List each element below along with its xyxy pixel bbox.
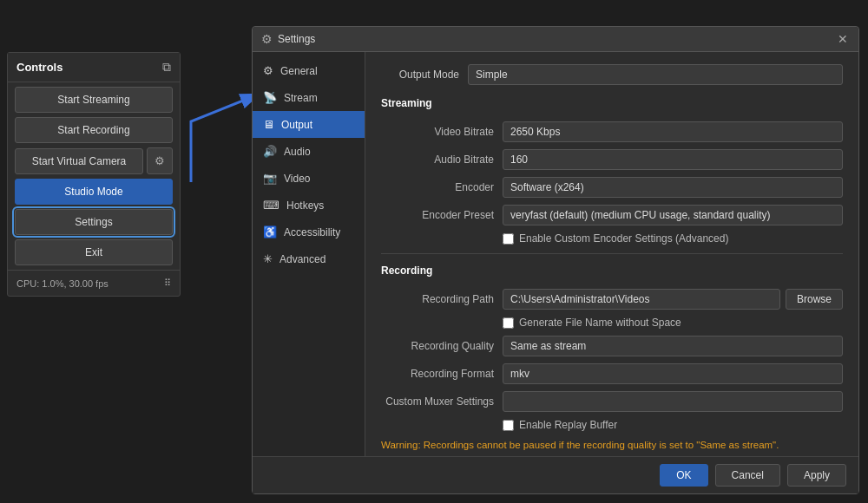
audio-bitrate-select[interactable]: 160	[503, 149, 843, 170]
start-streaming-button[interactable]: Start Streaming	[15, 87, 173, 113]
output-mode-row: Output Mode Simple Advanced	[381, 64, 843, 85]
custom-muxer-label: Custom Muxer Settings	[381, 395, 494, 408]
recording-quality-select[interactable]: Same as stream	[503, 336, 843, 356]
sidebar-item-hotkeys[interactable]: ⌨ Hotkeys	[253, 192, 365, 219]
start-recording-button[interactable]: Start Recording	[15, 117, 173, 143]
cancel-button[interactable]: Cancel	[715, 464, 780, 487]
virtual-camera-row: Start Virtual Camera ⚙	[15, 147, 173, 174]
encoder-preset-select[interactable]: veryfast (default) (medium CPU usage, st…	[503, 205, 843, 225]
warning-text: Warning: Recordings cannot be paused if …	[381, 440, 843, 456]
output-icon: 🖥	[263, 118, 274, 131]
streaming-section-header: Streaming	[381, 97, 843, 113]
audio-bitrate-label: Audio Bitrate	[381, 154, 494, 166]
general-icon: ⚙	[263, 64, 273, 77]
settings-title-left: ⚙ Settings	[261, 32, 315, 46]
advanced-icon: ✳	[263, 252, 273, 265]
recording-format-label: Recording Format	[381, 368, 494, 380]
sidebar-item-accessibility[interactable]: ♿ Accessibility	[253, 219, 365, 245]
cpu-status: CPU: 1.0%, 30.00 fps	[16, 278, 108, 289]
sidebar-item-general[interactable]: ⚙ General	[253, 57, 365, 84]
settings-window: ⚙ Settings ✕ ⚙ General 📡 Stream 🖥 Output…	[252, 26, 859, 494]
encoder-select[interactable]: Software (x264)	[503, 177, 843, 198]
settings-content: Output Mode Simple Advanced Streaming Vi…	[365, 52, 858, 456]
custom-encoder-row: Enable Custom Encoder Settings (Advanced…	[381, 232, 843, 245]
accessibility-icon: ♿	[263, 225, 277, 238]
custom-encoder-label: Enable Custom Encoder Settings (Advanced…	[519, 232, 728, 245]
sidebar-item-audio[interactable]: 🔊 Audio	[253, 138, 365, 165]
sidebar-item-general-label: General	[280, 65, 318, 77]
video-bitrate-label: Video Bitrate	[381, 126, 494, 138]
settings-button[interactable]: Settings	[15, 209, 173, 235]
browse-button[interactable]: Browse	[786, 289, 843, 310]
video-bitrate-select-wrapper: 2650 Kbps	[503, 121, 843, 142]
custom-encoder-checkbox[interactable]	[503, 233, 514, 245]
sidebar-item-stream-label: Stream	[284, 92, 318, 104]
enable-replay-checkbox[interactable]	[503, 420, 514, 431]
sidebar-item-video[interactable]: 📷 Video	[253, 165, 365, 192]
recording-path-input-row: Browse	[503, 289, 843, 310]
video-bitrate-select[interactable]: 2650 Kbps	[503, 121, 843, 142]
video-icon: 📷	[263, 172, 277, 185]
recording-format-row: Recording Format mkv	[381, 363, 843, 384]
sidebar-item-video-label: Video	[284, 173, 310, 185]
recording-quality-select-wrapper: Same as stream	[503, 336, 843, 356]
recording-section-header: Recording	[381, 265, 843, 280]
start-virtual-camera-button[interactable]: Start Virtual Camera	[15, 148, 143, 174]
audio-bitrate-select-wrapper: 160	[503, 149, 843, 170]
sidebar-item-accessibility-label: Accessibility	[284, 226, 340, 238]
controls-title: Controls	[16, 61, 62, 74]
recording-path-label: Recording Path	[381, 293, 494, 305]
encoder-preset-label: Encoder Preset	[381, 209, 494, 221]
encoder-label: Encoder	[381, 181, 494, 193]
output-mode-label: Output Mode	[381, 69, 459, 81]
apply-button[interactable]: Apply	[787, 464, 846, 487]
settings-sidebar: ⚙ General 📡 Stream 🖥 Output 🔊 Audio 📷 Vi…	[253, 52, 365, 456]
settings-title-label: Settings	[278, 33, 315, 45]
sidebar-item-output[interactable]: 🖥 Output	[253, 111, 365, 138]
settings-close-button[interactable]: ✕	[836, 32, 850, 46]
encoder-preset-select-wrapper: veryfast (default) (medium CPU usage, st…	[503, 205, 843, 225]
audio-bitrate-row: Audio Bitrate 160	[381, 149, 843, 170]
controls-footer: CPU: 1.0%, 30.00 fps ⠿	[8, 270, 180, 296]
settings-footer: OK Cancel Apply	[253, 456, 858, 493]
custom-muxer-row: Custom Muxer Settings	[381, 391, 843, 412]
stream-icon: 📡	[263, 91, 277, 104]
encoder-select-wrapper: Software (x264)	[503, 177, 843, 198]
enable-replay-row: Enable Replay Buffer	[381, 419, 843, 431]
generate-filename-row: Generate File Name without Space	[381, 317, 843, 329]
settings-title-icon: ⚙	[261, 32, 273, 46]
encoder-preset-row: Encoder Preset veryfast (default) (mediu…	[381, 205, 843, 225]
section-divider	[381, 253, 843, 254]
encoder-row: Encoder Software (x264)	[381, 177, 843, 198]
ok-button[interactable]: OK	[660, 464, 707, 487]
virtual-camera-settings-icon[interactable]: ⚙	[147, 147, 173, 174]
exit-button[interactable]: Exit	[15, 239, 173, 265]
generate-filename-checkbox[interactable]	[503, 317, 514, 329]
recording-path-row: Recording Path Browse	[381, 289, 843, 310]
controls-panel: Controls ⧉ Start Streaming Start Recordi…	[7, 52, 181, 297]
sidebar-item-stream[interactable]: 📡 Stream	[253, 84, 365, 111]
recording-quality-label: Recording Quality	[381, 340, 494, 352]
recording-format-select-wrapper: mkv	[503, 363, 843, 384]
settings-titlebar: ⚙ Settings ✕	[253, 27, 858, 52]
recording-path-input[interactable]	[503, 289, 780, 310]
video-bitrate-row: Video Bitrate 2650 Kbps	[381, 121, 843, 142]
sidebar-item-advanced[interactable]: ✳ Advanced	[253, 245, 365, 272]
resize-icon: ⠿	[164, 278, 171, 289]
sidebar-item-audio-label: Audio	[284, 146, 311, 158]
generate-filename-label: Generate File Name without Space	[519, 317, 681, 329]
output-mode-select[interactable]: Simple Advanced	[468, 64, 843, 85]
output-mode-select-wrapper: Simple Advanced	[468, 64, 843, 85]
sidebar-item-advanced-label: Advanced	[279, 253, 326, 265]
recording-format-select[interactable]: mkv	[503, 363, 843, 384]
enable-replay-label: Enable Replay Buffer	[519, 419, 617, 431]
controls-restore-icon[interactable]: ⧉	[162, 60, 171, 75]
controls-header: Controls ⧉	[8, 53, 180, 82]
sidebar-item-output-label: Output	[281, 119, 312, 131]
custom-muxer-input[interactable]	[503, 391, 843, 412]
settings-body: ⚙ General 📡 Stream 🖥 Output 🔊 Audio 📷 Vi…	[253, 52, 858, 456]
studio-mode-button[interactable]: Studio Mode	[15, 179, 173, 205]
recording-quality-row: Recording Quality Same as stream	[381, 336, 843, 356]
audio-icon: 🔊	[263, 145, 277, 158]
sidebar-item-hotkeys-label: Hotkeys	[286, 199, 324, 212]
